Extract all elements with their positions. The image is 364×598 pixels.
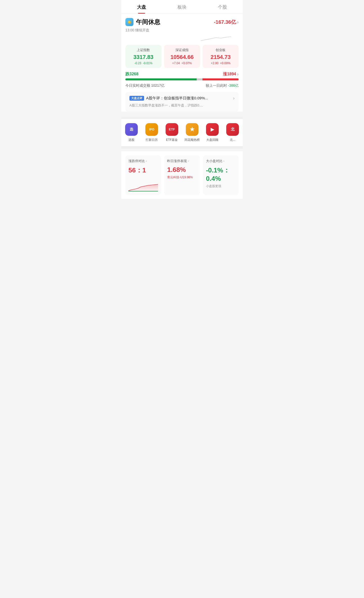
ipo-calendar-icon: IPO [145,123,158,136]
comment-body: A股三大指数早盘涨跌不一，截至午盘，沪指跌0.... [129,103,235,108]
stat-value-rise-fall: 56：1 [128,166,158,175]
comment-title: A股午评：创业板指半日微涨0.09%... [146,96,231,101]
stat-arrow-icon-1: › [188,159,189,163]
tool-select-stock[interactable]: 选 选股 [121,123,142,142]
index-value-shenzhen: 10564.66 [167,54,198,60]
stat-card-rise-fall-ratio[interactable]: 涨跌停对比 › 56：1 [125,155,161,195]
stat-card-yesterday[interactable]: 昨日涨停表现 › 1.68% 青云科技-U19.98% [164,155,200,195]
stat-value-cap: -0.1%：0.4% [206,166,236,183]
index-card-shenzhen[interactable]: 深证成指 10564.66 +7.04 +0.07% [164,45,200,68]
select-stock-icon: 选 [125,123,138,136]
index-name-chuangye: 创业板 [205,48,236,52]
status-bar: ☀️ 午间休息 -167.36亿 › [125,18,239,26]
rise-count[interactable]: 涨1894 › [223,72,239,77]
tab-dapan[interactable]: 大盘 [121,4,162,14]
tool-label-ipo: 打新日历 [146,138,158,142]
tool-ipo-calendar[interactable]: IPO 打新日历 [142,123,162,142]
svg-marker-0 [128,184,158,191]
tool-hot-list[interactable]: ★ 同花顺热榜 [182,123,202,142]
tab-gegu[interactable]: 个股 [202,4,243,14]
index-change-shenzhen: +7.04 +0.07% [167,61,198,65]
comment-card[interactable]: 大盘点评 A股午评：创业板指半日微涨0.09%... › A股三大指数早盘涨跌不… [125,92,239,112]
index-value-shangzheng: 3317.83 [128,54,159,60]
stat-sub-yesterday: 青云科技-U19.98% [167,175,197,180]
tool-etf[interactable]: ETF ETF基金 [162,123,182,142]
tool-label-hot: 同花顺热榜 [185,138,200,142]
status-title: 午间休息 [136,18,160,26]
status-icon: ☀️ [125,18,133,26]
north-icon: 北 [226,123,239,136]
rise-fall-progress-bar [125,78,239,80]
mini-chart-area [125,34,239,42]
tool-label-review: 大盘回顾 [206,138,218,142]
stat-title-rise-fall: 涨跌停对比 › [128,159,158,163]
volume-row: 今日实时成交额 10217亿 较上一日此时 -386亿 [125,83,239,88]
index-cards: 上证指数 3317.83 -0.23 -0.01% 深证成指 10564.66 … [125,45,239,68]
volume-diff-value: -386亿 [228,83,239,87]
mini-chart-svg [201,34,231,42]
index-change-chuangye: +2.00 +0.09% [205,61,236,65]
stat-card-cap-compare[interactable]: 大小盘对比 › -0.1%：0.4% 小盘股更强 [203,155,239,195]
comment-top: 大盘点评 A股午评：创业板指半日微涨0.09%... › [129,96,235,101]
stat-arrow-icon-0: › [146,159,147,163]
comment-chevron-icon: › [233,96,235,101]
market-review-icon: ▶ [206,123,219,136]
volume-diff-row: 较上一日此时 -386亿 [206,83,239,88]
stats-section: 涨跌停对比 › 56：1 [121,151,243,199]
rise-chevron-icon: › [237,72,239,77]
section-divider-1 [121,117,243,119]
stat-title-cap: 大小盘对比 › [206,159,236,163]
status-amount[interactable]: -167.36亿 › [214,19,239,26]
hot-list-icon: ★ [186,123,198,136]
comment-tag: 大盘点评 [129,96,144,101]
status-left: ☀️ 午间休息 [125,18,160,26]
tool-north[interactable]: 北 北... [222,123,243,142]
main-content: ☀️ 午间休息 -167.36亿 › 13:00 继续开盘 上证指数 3317.… [121,14,243,112]
stat-value-yesterday: 1.68% [167,166,197,174]
stat-chart-rise-fall [128,177,158,192]
tab-bar: 大盘 板块 个股 [121,0,243,14]
chevron-right-icon: › [237,19,239,25]
index-change-shangzheng: -0.23 -0.01% [128,61,159,65]
progress-green-segment [125,78,197,80]
index-card-chuangye[interactable]: 创业板 2154.73 +2.00 +0.09% [202,45,239,68]
etf-icon: ETF [166,123,178,136]
tool-market-review[interactable]: ▶ 大盘回顾 [202,123,222,142]
index-value-chuangye: 2154.73 [205,54,236,60]
tool-label-north: 北... [230,138,235,142]
progress-gray-segment [197,78,202,80]
index-name-shenzhen: 深证成指 [167,48,198,52]
rise-fall-row: 跌3268 涨1894 › [125,72,239,77]
index-card-shangzheng[interactable]: 上证指数 3317.83 -0.23 -0.01% [125,45,162,68]
tool-label-etf: ETF基金 [166,138,178,142]
index-name-shangzheng: 上证指数 [128,48,159,52]
stats-grid: 涨跌停对比 › 56：1 [125,155,239,195]
stat-sub-cap: 小盘股更强 [206,184,236,188]
volume-label: 今日实时成交额 10217亿 [125,83,165,88]
stat-arrow-icon-2: › [223,159,224,163]
tab-bankuai[interactable]: 板块 [162,4,202,14]
fall-count: 跌3268 [125,72,139,77]
section-divider-2 [121,146,243,149]
status-subtime: 13:00 继续开盘 [125,28,239,33]
tool-label-select-stock: 选股 [128,138,134,142]
tool-grid: 选 选股 IPO 打新日历 ETF ETF基金 ★ 同花顺热榜 ▶ 大盘回顾 北… [121,119,243,146]
progress-red-segment [202,78,239,80]
stat-title-yesterday: 昨日涨停表现 › [167,159,197,163]
